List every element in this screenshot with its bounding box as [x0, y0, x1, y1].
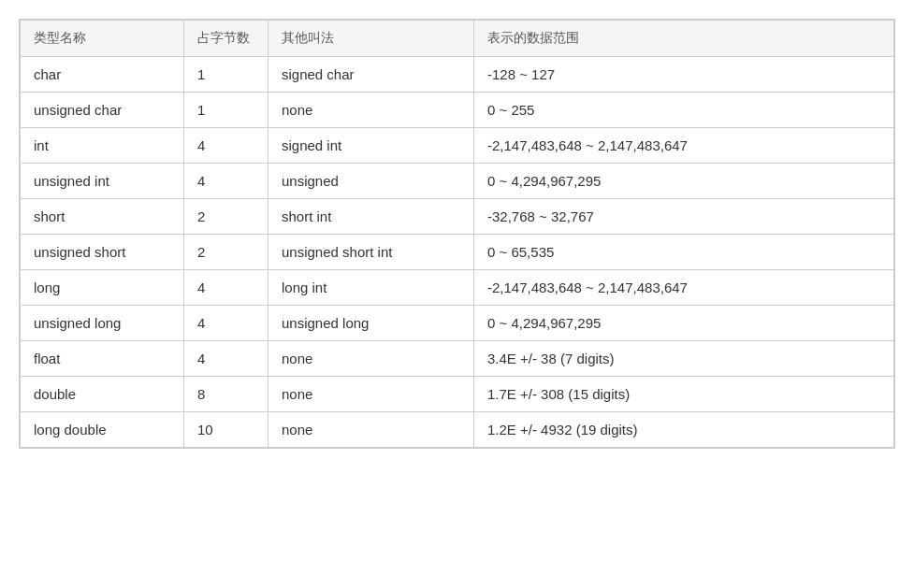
cell-alias: unsigned — [268, 164, 474, 199]
cell-bytes: 1 — [184, 93, 268, 128]
table-row: short2short int-32,768 ~ 32,767 — [21, 199, 894, 235]
cell-range: -128 ~ 127 — [474, 57, 894, 93]
table-row: long double10none1.2E +/- 4932 (19 digit… — [21, 412, 894, 448]
cell-range: 0 ~ 4,294,967,295 — [474, 164, 894, 199]
cell-type-name: char — [21, 57, 184, 93]
cell-alias: none — [268, 377, 474, 412]
cell-alias: signed int — [268, 128, 474, 164]
cell-alias: unsigned long — [268, 306, 474, 341]
cell-range: 0 ~ 65,535 — [474, 235, 894, 270]
cell-type-name: int — [21, 128, 184, 164]
cell-bytes: 1 — [184, 57, 268, 93]
cell-type-name: long — [21, 270, 184, 306]
cell-range: -2,147,483,648 ~ 2,147,483,647 — [474, 128, 894, 164]
cell-alias: signed char — [268, 57, 474, 93]
cell-bytes: 8 — [184, 377, 268, 412]
cell-bytes: 2 — [184, 199, 268, 235]
cell-range: -2,147,483,648 ~ 2,147,483,647 — [474, 270, 894, 306]
cell-bytes: 10 — [184, 412, 268, 448]
cell-bytes: 4 — [184, 306, 268, 341]
cell-type-name: unsigned char — [21, 93, 184, 128]
header-alias: 其他叫法 — [268, 21, 474, 57]
table-row: unsigned short2unsigned short int0 ~ 65,… — [21, 235, 894, 270]
cell-range: 0 ~ 255 — [474, 93, 894, 128]
cell-type-name: float — [21, 341, 184, 377]
cell-type-name: long double — [21, 412, 184, 448]
cell-type-name: unsigned int — [21, 164, 184, 199]
cell-bytes: 4 — [184, 164, 268, 199]
cell-type-name: double — [21, 377, 184, 412]
cell-alias: none — [268, 93, 474, 128]
table-row: int4signed int-2,147,483,648 ~ 2,147,483… — [21, 128, 894, 164]
cell-bytes: 2 — [184, 235, 268, 270]
table-row: unsigned char1none0 ~ 255 — [21, 93, 894, 128]
cell-alias: long int — [268, 270, 474, 306]
cell-range: 3.4E +/- 38 (7 digits) — [474, 341, 894, 377]
table-row: unsigned int4unsigned0 ~ 4,294,967,295 — [21, 164, 894, 199]
cell-alias: short int — [268, 199, 474, 235]
cell-type-name: unsigned short — [21, 235, 184, 270]
table-row: char1signed char-128 ~ 127 — [21, 57, 894, 93]
header-range: 表示的数据范围 — [474, 21, 894, 57]
cell-alias: unsigned short int — [268, 235, 474, 270]
cell-range: 1.2E +/- 4932 (19 digits) — [474, 412, 894, 448]
cell-range: -32,768 ~ 32,767 — [474, 199, 894, 235]
table-row: float4none3.4E +/- 38 (7 digits) — [21, 341, 894, 377]
cell-range: 0 ~ 4,294,967,295 — [474, 306, 894, 341]
cell-bytes: 4 — [184, 270, 268, 306]
cell-type-name: unsigned long — [21, 306, 184, 341]
cell-bytes: 4 — [184, 341, 268, 377]
header-type-name: 类型名称 — [21, 21, 184, 57]
data-types-table: 类型名称 占字节数 其他叫法 表示的数据范围 char1signed char-… — [19, 19, 895, 449]
cell-range: 1.7E +/- 308 (15 digits) — [474, 377, 894, 412]
table-row: double8none1.7E +/- 308 (15 digits) — [21, 377, 894, 412]
cell-alias: none — [268, 341, 474, 377]
table-header-row: 类型名称 占字节数 其他叫法 表示的数据范围 — [21, 21, 894, 57]
cell-alias: none — [268, 412, 474, 448]
header-bytes: 占字节数 — [184, 21, 268, 57]
cell-bytes: 4 — [184, 128, 268, 164]
cell-type-name: short — [21, 199, 184, 235]
table-row: unsigned long4unsigned long0 ~ 4,294,967… — [21, 306, 894, 341]
table-row: long4long int-2,147,483,648 ~ 2,147,483,… — [21, 270, 894, 306]
